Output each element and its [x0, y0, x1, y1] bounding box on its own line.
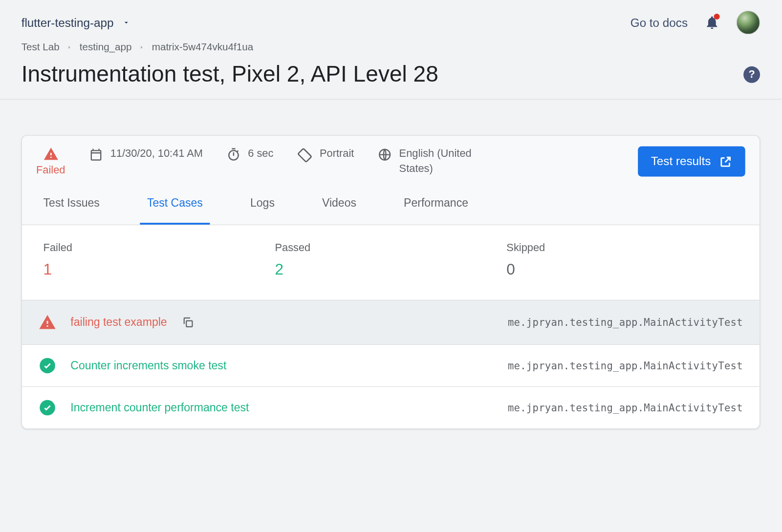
project-selector[interactable]: flutter-testing-app — [22, 16, 130, 29]
case-status-icon — [39, 400, 56, 416]
orientation-value: Portrait — [320, 147, 354, 162]
passed-count: Passed 2 — [275, 242, 506, 278]
case-status-icon — [39, 358, 56, 374]
open-external-icon — [719, 155, 732, 168]
tab-test-cases[interactable]: Test Cases — [140, 184, 210, 225]
status-label: Failed — [36, 164, 65, 176]
project-name: flutter-testing-app — [22, 16, 114, 29]
chevron-right-icon — [139, 44, 145, 50]
status-stat: Failed — [36, 147, 65, 177]
case-name: failing test example — [70, 316, 167, 329]
case-counts: Failed 1 Passed 2 Skipped 0 — [22, 225, 760, 300]
skipped-label: Skipped — [506, 242, 738, 254]
failed-label: Failed — [43, 242, 275, 254]
test-detail-card: Failed 11/30/20, 10:41 AM 6 sec Portrait… — [22, 135, 760, 429]
datetime-stat: 11/30/20, 10:41 AM — [89, 147, 203, 162]
duration-value: 6 sec — [248, 147, 273, 162]
question-icon: ? — [748, 68, 755, 80]
locale-value: English (United States) — [399, 147, 506, 176]
failed-count: Failed 1 — [43, 242, 275, 278]
help-button[interactable]: ? — [743, 66, 760, 83]
case-class: me.jpryan.testing_app.MainActivityTest — [508, 402, 743, 413]
case-status-icon — [39, 314, 56, 331]
breadcrumb: Test Lab testing_app matrix-5w474vku4f1u… — [22, 42, 760, 53]
tab-videos[interactable]: Videos — [315, 184, 363, 225]
breadcrumb-app[interactable]: testing_app — [80, 42, 132, 53]
docs-link[interactable]: Go to docs — [630, 16, 688, 29]
case-row[interactable]: Counter increments smoke testme.jpryan.t… — [22, 345, 760, 387]
calendar-icon — [89, 148, 103, 162]
case-class: me.jpryan.testing_app.MainActivityTest — [508, 317, 743, 328]
tab-test-issues[interactable]: Test Issues — [36, 184, 107, 225]
results-button-label: Test results — [651, 155, 711, 169]
case-class: me.jpryan.testing_app.MainActivityTest — [508, 360, 743, 371]
tab-logs[interactable]: Logs — [243, 184, 282, 225]
datetime-value: 11/30/20, 10:41 AM — [110, 147, 203, 162]
warning-triangle-icon — [43, 147, 59, 162]
passed-label: Passed — [275, 242, 506, 254]
stopwatch-icon — [227, 148, 241, 162]
notifications-button[interactable] — [704, 15, 720, 30]
summary-bar: Failed 11/30/20, 10:41 AM 6 sec Portrait… — [22, 136, 760, 184]
avatar[interactable] — [737, 11, 760, 35]
breadcrumb-matrix[interactable]: matrix-5w474vku4f1ua — [152, 42, 253, 53]
tabs: Test Issues Test Cases Logs Videos Perfo… — [22, 184, 760, 225]
svg-rect-0 — [298, 149, 312, 162]
case-name: Counter increments smoke test — [70, 359, 226, 372]
case-name: Increment counter performance test — [70, 401, 249, 414]
chevron-down-icon — [122, 19, 130, 27]
copy-icon[interactable] — [181, 316, 195, 329]
case-row[interactable]: failing test exampleme.jpryan.testing_ap… — [22, 300, 760, 345]
tab-performance[interactable]: Performance — [396, 184, 475, 225]
locale-stat: English (United States) — [378, 147, 506, 176]
check-circle-icon — [40, 358, 55, 374]
svg-rect-2 — [186, 321, 192, 327]
case-list: failing test exampleme.jpryan.testing_ap… — [22, 300, 760, 428]
duration-stat: 6 sec — [227, 147, 274, 162]
notification-dot-icon — [714, 14, 719, 20]
breadcrumb-root[interactable]: Test Lab — [22, 42, 60, 53]
skipped-count: Skipped 0 — [506, 242, 738, 278]
orientation-icon — [297, 148, 313, 163]
warning-triangle-icon — [39, 314, 56, 331]
passed-value: 2 — [275, 260, 506, 279]
orientation-stat: Portrait — [297, 147, 354, 163]
chevron-right-icon — [66, 44, 72, 50]
page-title: Instrumentation test, Pixel 2, API Level… — [22, 62, 438, 87]
failed-value: 1 — [43, 260, 275, 279]
globe-icon — [378, 148, 392, 162]
case-row[interactable]: Increment counter performance testme.jpr… — [22, 387, 760, 428]
skipped-value: 0 — [506, 260, 738, 279]
check-circle-icon — [40, 400, 55, 416]
test-results-button[interactable]: Test results — [638, 147, 745, 177]
